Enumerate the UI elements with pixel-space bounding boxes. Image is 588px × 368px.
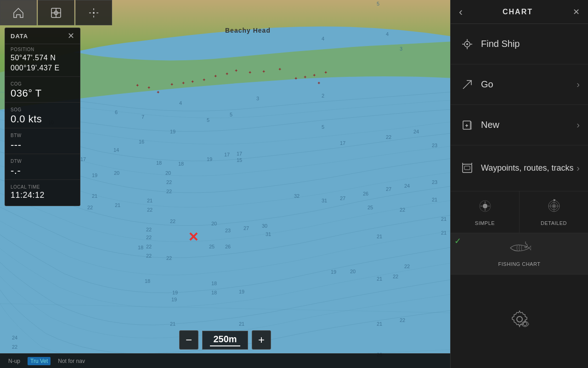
svg-text:18: 18: [178, 161, 184, 167]
svg-text:3: 3: [400, 46, 402, 52]
zoom-in-button[interactable]: +: [252, 330, 271, 350]
ship-marker[interactable]: ✦: [202, 77, 206, 82]
ship-marker[interactable]: ✦: [294, 76, 298, 81]
svg-text:21: 21: [441, 230, 447, 236]
position-field: POSITION 50°47'.574 N 000°19'.437 E: [5, 44, 80, 75]
data-panel-header: DATA ✕: [5, 28, 80, 44]
new-item[interactable]: New ›: [451, 105, 588, 145]
detailed-chart-icon: [547, 199, 561, 217]
svg-text:2: 2: [322, 93, 324, 98]
ship-marker[interactable]: ✦: [170, 82, 174, 87]
home-button[interactable]: [0, 0, 37, 25]
detailed-chart-button[interactable]: DETAILED: [520, 191, 588, 233]
ship-marker[interactable]: ✦: [214, 74, 217, 79]
go-item[interactable]: Go ›: [451, 64, 588, 105]
find-ship-item[interactable]: Find Ship: [451, 24, 588, 64]
svg-text:23: 23: [225, 228, 231, 233]
ship-marker[interactable]: ✦: [262, 69, 266, 74]
ship-marker[interactable]: ✦: [234, 68, 238, 73]
svg-text:23: 23: [432, 179, 437, 185]
svg-text:20: 20: [211, 221, 217, 226]
go-arrow: ›: [577, 79, 580, 90]
waypoints-item[interactable]: Waypoints, routes, tracks ›: [451, 145, 588, 191]
svg-text:22: 22: [87, 205, 93, 210]
svg-text:21: 21: [377, 321, 382, 327]
sog-field: SOG 0.0 kts: [5, 104, 80, 126]
svg-text:21: 21: [92, 193, 97, 199]
svg-text:22: 22: [400, 317, 405, 323]
svg-text:21: 21: [147, 198, 153, 203]
fishing-chart-label: FISHING CHART: [498, 261, 541, 267]
map-container[interactable]: 10 6 4 3 2 5 4 3 4 7 17 19 20 16 19 5 5 …: [0, 0, 450, 368]
dtw-label: DTW: [11, 159, 74, 164]
data-close-button[interactable]: ✕: [68, 32, 74, 40]
svg-text:27: 27: [340, 196, 345, 201]
sog-label: SOG: [11, 107, 74, 112]
dtw-value: -.-: [11, 165, 74, 177]
svg-text:20: 20: [165, 170, 171, 176]
ship-marker[interactable]: ✦: [317, 80, 321, 86]
svg-text:22: 22: [146, 227, 152, 232]
svg-text:31: 31: [266, 231, 271, 237]
pointer-button[interactable]: [75, 0, 112, 25]
fishing-chart-button[interactable]: ✓ FISHING CHART: [451, 233, 588, 275]
bottom-bar: N-up Tru Vet Not for nav: [0, 353, 450, 368]
ship-marker[interactable]: ✦: [181, 80, 185, 86]
svg-rect-105: [464, 166, 470, 170]
settings-area: [451, 275, 588, 368]
svg-text:15: 15: [237, 157, 242, 163]
svg-text:20: 20: [114, 170, 119, 176]
svg-text:19: 19: [171, 297, 177, 302]
svg-text:6: 6: [115, 109, 118, 115]
dtw-field: DTW -.-: [5, 156, 80, 178]
ship-marker[interactable]: ✦: [191, 79, 194, 84]
detailed-label: DETAILED: [541, 220, 567, 226]
svg-text:22: 22: [386, 134, 391, 140]
chart-title: CHART: [464, 8, 571, 16]
ship-marker[interactable]: ✦: [225, 71, 229, 76]
svg-point-116: [553, 205, 555, 207]
svg-text:21: 21: [377, 234, 382, 239]
position-label: POSITION: [11, 47, 74, 52]
new-arrow: ›: [577, 120, 580, 130]
svg-text:18: 18: [138, 245, 143, 250]
fishing-chart-check: ✓: [454, 236, 462, 246]
position-lon: 000°19'.437 E: [11, 63, 74, 73]
svg-text:5: 5: [230, 112, 232, 117]
simple-chart-button[interactable]: SIMPLE: [451, 191, 520, 233]
svg-text:19: 19: [170, 129, 175, 134]
svg-text:18: 18: [211, 281, 217, 286]
ship-marker[interactable]: ✦: [156, 90, 160, 95]
ship-marker[interactable]: ✦: [147, 85, 151, 90]
svg-text:20: 20: [350, 269, 356, 274]
zoom-out-button[interactable]: −: [179, 330, 198, 350]
svg-text:22: 22: [146, 244, 152, 249]
svg-text:17: 17: [80, 156, 86, 162]
find-ship-icon: [459, 38, 475, 50]
scale-bar: − 250m +: [179, 330, 271, 350]
chart-type-row: SIMPLE DETAILED: [451, 191, 588, 233]
svg-text:21: 21: [441, 216, 447, 222]
svg-text:19: 19: [172, 290, 178, 295]
svg-text:18: 18: [145, 278, 150, 284]
close-button[interactable]: ✕: [571, 5, 582, 19]
svg-text:23: 23: [432, 143, 437, 148]
ship-marker[interactable]: ✦: [303, 75, 307, 80]
ship-marker[interactable]: ✦: [278, 67, 282, 72]
svg-text:7: 7: [141, 114, 144, 120]
svg-text:21: 21: [239, 321, 244, 327]
waypoint-button[interactable]: [38, 0, 74, 25]
ship-marker[interactable]: ✦: [248, 70, 252, 75]
n-up-badge: N-up: [6, 357, 23, 365]
settings-button[interactable]: [509, 309, 530, 334]
back-button[interactable]: ‹: [457, 4, 464, 20]
ship-marker[interactable]: ✦: [312, 73, 316, 78]
ship-marker[interactable]: ✦: [136, 83, 139, 88]
svg-text:17: 17: [224, 152, 230, 157]
btw-label: BTW: [11, 133, 74, 138]
scale-value: 250m: [213, 334, 237, 344]
svg-text:31: 31: [322, 198, 327, 203]
map-marker-x[interactable]: ✕: [188, 230, 198, 245]
new-icon: [459, 119, 475, 131]
ship-marker[interactable]: ✦: [324, 70, 328, 75]
